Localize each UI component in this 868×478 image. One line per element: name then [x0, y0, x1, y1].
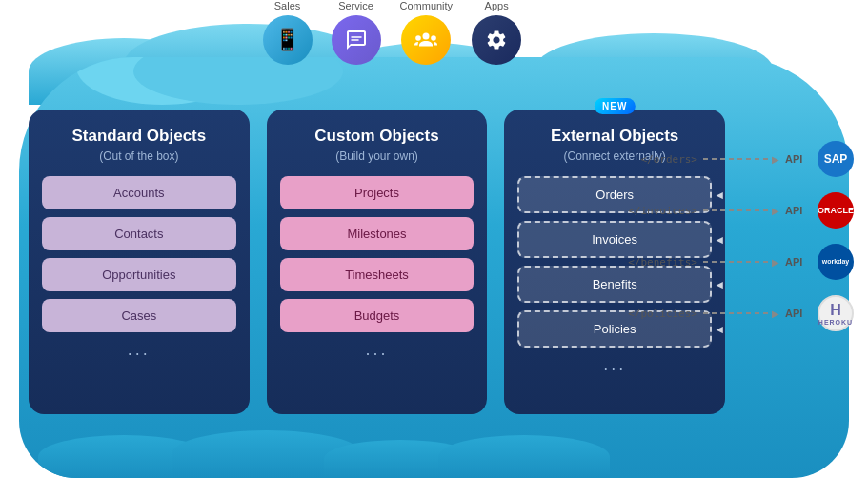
sales-icon-label: Sales: [274, 0, 301, 11]
api-row-invoices: </invoices> ▶ API ORACLE: [612, 189, 854, 231]
api-row-benefits: </benefits> ▶ API workday: [612, 241, 854, 283]
svg-point-2: [432, 35, 437, 41]
apps-icon-circle: [472, 15, 521, 65]
icon-item-community: Community: [400, 0, 454, 65]
api-row-policies: </policies> ▶ API H HEROKU: [612, 292, 854, 334]
api-tag-invoices: </invoices>: [612, 205, 697, 217]
workday-logo: workday: [818, 244, 854, 280]
svg-point-1: [416, 35, 422, 41]
heroku-h: H: [830, 302, 841, 319]
svg-point-0: [423, 33, 430, 40]
heroku-logo: H HEROKU: [818, 295, 854, 331]
standard-objects-subtitle: (Out of the box): [42, 149, 236, 163]
sales-icon-circle: 📱: [263, 15, 313, 65]
standard-objects-list: Accounts Contacts Opportunities Cases: [42, 176, 236, 332]
icon-item-service: Service: [332, 0, 381, 65]
api-label-policies: API: [785, 308, 812, 319]
custom-objects-title: Custom Objects: [280, 127, 474, 146]
api-row-orders: </orders> ▶ API SAP: [612, 138, 854, 180]
custom-item-projects: Projects: [280, 176, 474, 209]
custom-objects-column: Custom Objects (Build your own) Projects…: [267, 110, 488, 414]
api-label-invoices: API: [785, 205, 812, 216]
api-tag-policies: </policies>: [612, 308, 697, 320]
sap-logo: SAP: [818, 141, 854, 177]
workday-text: workday: [822, 258, 849, 266]
apps-icon-label: Apps: [485, 0, 509, 11]
custom-item-timesheets: Timesheets: [280, 258, 474, 291]
custom-dots: ...: [280, 340, 474, 360]
cloud-bottom-bumps: [19, 430, 849, 478]
custom-item-milestones: Milestones: [280, 217, 474, 250]
oracle-logo: ORACLE: [818, 192, 854, 229]
icon-item-apps: Apps: [472, 0, 521, 65]
custom-objects-subtitle: (Build your own): [280, 149, 474, 163]
service-icon-circle: [332, 15, 381, 65]
api-tag-orders: </orders>: [612, 153, 697, 166]
community-icon-circle: [401, 15, 451, 65]
std-item-cases: Cases: [42, 299, 236, 332]
new-badge: NEW: [595, 98, 635, 114]
standard-dots: ...: [42, 340, 236, 360]
api-tag-benefits: </benefits>: [612, 256, 697, 269]
external-dots: ...: [517, 355, 712, 375]
std-item-accounts: Accounts: [42, 176, 236, 209]
icon-item-sales: Sales 📱: [263, 0, 313, 65]
service-icon-label: Service: [338, 0, 373, 11]
std-item-contacts: Contacts: [42, 217, 236, 250]
standard-objects-column: Standard Objects (Out of the box) Accoun…: [29, 110, 250, 414]
top-icons-row: Sales 📱 Service Community: [263, 0, 522, 65]
custom-item-budgets: Budgets: [280, 299, 474, 332]
custom-objects-list: Projects Milestones Timesheets Budgets: [280, 176, 474, 332]
standard-objects-title: Standard Objects: [42, 127, 236, 146]
api-connections-panel: </orders> ▶ API SAP </invoices> ▶ API OR…: [612, 138, 854, 334]
oracle-text: ORACLE: [818, 206, 854, 215]
std-item-opportunities: Opportunities: [42, 258, 236, 291]
page-container: Sales 📱 Service Community: [0, 0, 868, 478]
community-icon-label: Community: [400, 0, 454, 11]
api-label-benefits: API: [785, 256, 812, 268]
api-label-orders: API: [785, 153, 812, 165]
